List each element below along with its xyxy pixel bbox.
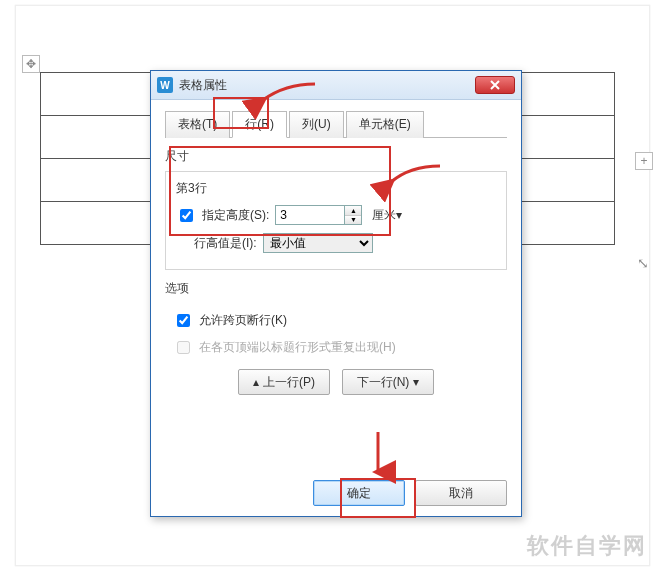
cancel-button[interactable]: 取消: [415, 480, 507, 506]
watermark: 软件自学网: [527, 531, 647, 561]
row-height-is-select[interactable]: 最小值: [263, 233, 373, 253]
add-column-icon[interactable]: +: [635, 152, 653, 170]
tab-table[interactable]: 表格(T): [165, 111, 230, 138]
dialog-title: 表格属性: [179, 77, 227, 94]
height-spin-up[interactable]: ▲: [345, 206, 361, 216]
resize-handle-icon[interactable]: ⤡: [637, 255, 653, 271]
app-icon: W: [157, 77, 173, 93]
close-icon: [490, 80, 500, 90]
tab-column[interactable]: 列(U): [289, 111, 344, 138]
nav-row: ▴上一行(P) 下一行(N)▾: [165, 369, 507, 395]
height-input[interactable]: [275, 205, 344, 225]
prev-row-button[interactable]: ▴上一行(P): [238, 369, 330, 395]
table-properties-dialog: W 表格属性 表格(T) 行(R) 列(U) 单元格(E) 尺寸 第3行: [150, 70, 522, 517]
row-height-is-label: 行高值是(I):: [194, 235, 257, 252]
height-spin-down[interactable]: ▼: [345, 216, 361, 225]
size-legend: 尺寸: [165, 148, 189, 167]
close-button[interactable]: [475, 76, 515, 94]
dialog-footer: 确定 取消: [313, 480, 507, 506]
specify-height-checkbox[interactable]: [180, 209, 193, 222]
allow-break-checkbox[interactable]: [177, 314, 190, 327]
down-arrow-icon: ▾: [413, 375, 419, 389]
repeat-header-label: 在各页顶端以标题行形式重复出现(H): [199, 339, 396, 356]
up-arrow-icon: ▴: [253, 375, 259, 389]
move-handle-icon[interactable]: ✥: [22, 55, 40, 73]
ok-button[interactable]: 确定: [313, 480, 405, 506]
titlebar[interactable]: W 表格属性: [151, 71, 521, 100]
next-row-button[interactable]: 下一行(N)▾: [342, 369, 434, 395]
stage: ✥ + ⤡ W 表格属性 表格(T) 行(R) 列(U) 单元格(E) 尺寸 第…: [0, 0, 665, 571]
repeat-header-checkbox: [177, 341, 190, 354]
size-group: 尺寸 第3行 指定高度(S): ▲ ▼ 厘米▾: [165, 148, 507, 270]
tab-row[interactable]: 行(R): [232, 111, 287, 138]
options-group: 选项 允许跨页断行(K) 在各页顶端以标题行形式重复出现(H): [165, 280, 507, 357]
allow-break-label: 允许跨页断行(K): [199, 312, 287, 329]
tabs: 表格(T) 行(R) 列(U) 单元格(E): [165, 110, 507, 138]
height-spinner: ▲ ▼: [275, 205, 362, 225]
specify-height-label: 指定高度(S):: [202, 207, 269, 224]
unit-dropdown[interactable]: 厘米▾: [372, 207, 402, 224]
tab-cell[interactable]: 单元格(E): [346, 111, 424, 138]
options-legend: 选项: [165, 280, 189, 299]
row-indicator: 第3行: [176, 180, 496, 197]
